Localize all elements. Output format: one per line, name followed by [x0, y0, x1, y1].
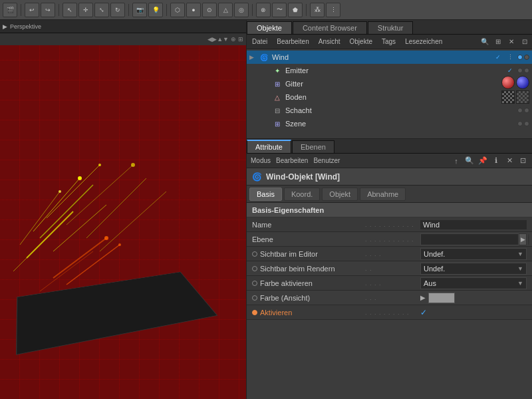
toolbar-icon-torus[interactable]: ◎ — [234, 3, 249, 17]
prop-dots-aktivieren: . . . . . . . . . . — [365, 309, 420, 316]
menu-objekte[interactable]: Objekte — [347, 38, 375, 45]
toolbar-icon-particle[interactable]: ⁂ — [310, 3, 325, 17]
material-ball-2[interactable] — [516, 76, 529, 89]
wind-dot-1[interactable] — [517, 55, 523, 60]
viewport-zoom-btn[interactable]: ⊕ — [231, 36, 236, 43]
search-icon[interactable]: 🔍 — [480, 37, 489, 47]
tab-content-browser[interactable]: Content Browser — [293, 21, 367, 34]
toolbar-icon-select[interactable]: ↖ — [63, 3, 77, 17]
prop-dots-sichtbar-render: . . — [365, 265, 420, 272]
prop-value-sichtbar-editor[interactable]: Undef. ▼ — [420, 248, 527, 260]
viewport-menu-btn[interactable]: ▶ — [3, 23, 7, 30]
prop-dot-sichtbar-render — [252, 266, 257, 271]
emitter-name: Emitter — [285, 66, 503, 74]
close-icon[interactable]: ✕ — [507, 37, 516, 47]
tab-objekte[interactable]: Objekte — [247, 21, 292, 34]
toolbar-icon-cube[interactable]: ⬡ — [170, 3, 185, 17]
ebene-globe-btn[interactable] — [528, 233, 529, 245]
szene-dot-1[interactable] — [517, 121, 523, 126]
ebene-input-bar: ▶ — [420, 233, 527, 245]
prop-input-ebene[interactable] — [420, 233, 519, 245]
viewport-fit-btn[interactable]: ⊞ — [238, 36, 243, 43]
wind-check2[interactable]: ⋮ — [505, 54, 515, 61]
toolbar-icon-spline[interactable]: 〜 — [272, 3, 287, 17]
attr-menu-modus[interactable]: Modus — [251, 157, 271, 164]
attr-header-title: Wind-Objekt [Wind] — [266, 172, 340, 182]
expand-icon[interactable]: ⊡ — [520, 37, 529, 47]
toolbar-sep-4 — [166, 4, 167, 16]
ebene-nav-btn[interactable]: ▶ — [519, 233, 527, 245]
menu-ansicht[interactable]: Ansicht — [316, 38, 343, 45]
object-row-emitter[interactable]: ▶ ✦ Emitter ✓ — [247, 64, 532, 77]
toolbar-icon-undo[interactable]: ↩ — [25, 3, 39, 17]
szene-dot-2[interactable] — [524, 121, 529, 126]
menu-lesezeichen[interactable]: Lesezeichen — [402, 38, 445, 45]
object-row-schacht[interactable]: ▶ ⊟ Schacht — [247, 104, 532, 117]
menu-bearbeiten[interactable]: Bearbeiten — [274, 38, 311, 45]
toolbar-icon-deform[interactable]: ⬟ — [288, 3, 303, 17]
toolbar-icon-cylinder[interactable]: ⊙ — [202, 3, 217, 17]
attr-menu-benutzer[interactable]: Benutzer — [313, 157, 340, 164]
schacht-dot-2[interactable] — [524, 108, 529, 113]
wind-check1[interactable]: ✓ — [493, 54, 503, 61]
object-row-boden[interactable]: ▶ △ Boden — [247, 90, 532, 104]
farbe-ansicht-swatch[interactable] — [428, 293, 455, 303]
filter-icon[interactable]: ⊞ — [493, 37, 503, 47]
tab-attribute[interactable]: Attribute — [247, 140, 291, 153]
schacht-dot-1[interactable] — [517, 108, 523, 113]
gitter-name: Gitter — [285, 80, 515, 88]
material-checker-2[interactable] — [516, 90, 529, 104]
attr-subtabs: Basis Koord. Objekt Abnahme — [247, 186, 532, 203]
object-row-gitter[interactable]: ▶ ⊞ Gitter — [247, 77, 532, 90]
toolbar-icon-rotate[interactable]: ↻ — [110, 3, 125, 17]
attr-arrow-up-icon[interactable]: ↑ — [451, 156, 462, 166]
viewport[interactable]: ▶ Perspektive ◀▶▲▼ ⊕ ⊞ — [0, 20, 246, 399]
wind-dot-2[interactable] — [524, 55, 529, 60]
attr-close-icon[interactable]: ✕ — [504, 156, 515, 166]
menu-tags[interactable]: Tags — [379, 38, 398, 45]
object-row-wind[interactable]: ▶ 🌀 Wind ✓ ⋮ — [247, 51, 532, 64]
toolbar-icon-redo[interactable]: ↪ — [41, 3, 55, 17]
farbe-ansicht-arrow[interactable]: ▶ — [420, 294, 426, 301]
subtab-abnahme[interactable]: Abnahme — [360, 188, 406, 201]
viewport-view-btn[interactable]: Perspektive — [10, 23, 41, 30]
prop-label-farbe-aktivieren: Farbe aktivieren — [252, 279, 365, 287]
prop-value-sichtbar-render[interactable]: Undef. ▼ — [420, 263, 527, 275]
emitter-icon: ✦ — [272, 65, 283, 76]
emitter-dot-1[interactable] — [517, 68, 523, 73]
toolbar-icon-scale[interactable]: ⤡ — [94, 3, 109, 17]
prop-label-sichtbar-editor: Sichtbar im Editor — [252, 250, 365, 258]
object-row-szene[interactable]: ▶ ⊞ Szene — [247, 117, 532, 130]
prop-dots-sichtbar-editor: . . . . — [365, 251, 420, 257]
subtab-objekt[interactable]: Objekt — [322, 188, 358, 201]
property-row-sichtbar-editor: Sichtbar im Editor . . . . Undef. ▼ — [247, 247, 532, 261]
emitter-dot-2[interactable] — [524, 68, 529, 73]
prop-input-name[interactable] — [420, 220, 527, 229]
tab-ebenen[interactable]: Ebenen — [292, 140, 334, 153]
toolbar-icon-film[interactable]: 🎬 — [3, 3, 17, 17]
tab-struktur[interactable]: Struktur — [368, 21, 414, 34]
toolbar-icon-camera[interactable]: 📷 — [132, 3, 147, 17]
toolbar-icon-nurbs[interactable]: ⊗ — [256, 3, 271, 17]
schacht-icon: ⊟ — [272, 105, 283, 116]
toolbar-icon-sphere[interactable]: ● — [186, 3, 201, 17]
toolbar-icon-light[interactable]: 💡 — [148, 3, 163, 17]
emitter-check[interactable]: ✓ — [505, 67, 515, 74]
material-ball-1[interactable] — [501, 76, 515, 89]
menu-datei[interactable]: Datei — [249, 38, 270, 45]
subtab-basis[interactable]: Basis — [249, 188, 282, 201]
material-checker-1[interactable] — [501, 90, 515, 104]
viewport-nav-arrows[interactable]: ◀▶▲▼ — [207, 36, 229, 43]
prop-value-farbe-aktivieren[interactable]: Aus ▼ — [420, 277, 527, 289]
attr-search-icon[interactable]: 🔍 — [464, 156, 475, 166]
farbe-aktivieren-value: Aus — [424, 279, 516, 287]
attr-menu-bearbeiten[interactable]: Bearbeiten — [276, 157, 308, 164]
toolbar-icon-effector[interactable]: ⋮ — [326, 3, 340, 17]
attr-pin-icon[interactable]: 📌 — [477, 156, 488, 166]
toolbar-icon-cone[interactable]: △ — [218, 3, 233, 17]
attr-expand-icon[interactable]: ⊡ — [517, 156, 528, 166]
subtab-koord[interactable]: Koord. — [284, 188, 320, 201]
expand-wind[interactable]: ▶ — [249, 54, 256, 61]
toolbar-icon-move[interactable]: ✛ — [78, 3, 93, 17]
attr-info-icon[interactable]: ℹ — [491, 156, 501, 166]
